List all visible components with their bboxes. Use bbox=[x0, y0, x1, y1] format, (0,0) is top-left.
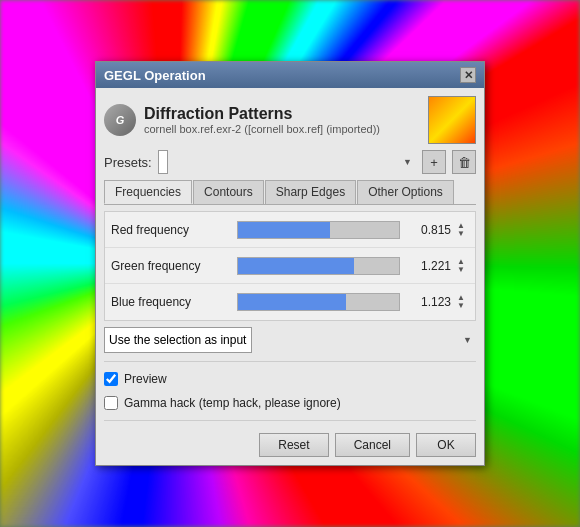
sliders-area: Red frequency 0.815 ▲ ▼ Green frequency … bbox=[104, 211, 476, 321]
blue-frequency-slider[interactable] bbox=[237, 293, 400, 311]
green-frequency-slider[interactable] bbox=[237, 257, 400, 275]
green-frequency-down[interactable]: ▼ bbox=[457, 266, 469, 274]
blue-frequency-label: Blue frequency bbox=[111, 295, 231, 309]
tab-frequencies[interactable]: Frequencies bbox=[104, 180, 192, 204]
red-frequency-slider[interactable] bbox=[237, 221, 400, 239]
red-frequency-arrows: ▲ ▼ bbox=[457, 222, 469, 238]
reset-button[interactable]: Reset bbox=[259, 433, 328, 457]
red-frequency-label: Red frequency bbox=[111, 223, 231, 237]
red-frequency-row: Red frequency 0.815 ▲ ▼ bbox=[105, 212, 475, 248]
preview-label[interactable]: Preview bbox=[124, 372, 167, 386]
selection-dropdown[interactable]: Use the selection as input bbox=[104, 327, 252, 353]
operation-header: G Diffraction Patterns cornell box.ref.e… bbox=[104, 96, 476, 144]
presets-combo-wrapper bbox=[158, 150, 416, 174]
dropdown-wrapper: Use the selection as input bbox=[104, 327, 476, 353]
preview-checkbox-row: Preview bbox=[104, 370, 476, 388]
gamma-checkbox-row: Gamma hack (temp hack, please ignore) bbox=[104, 394, 476, 412]
green-frequency-value: 1.221 bbox=[406, 259, 451, 273]
dialog-title: GEGL Operation bbox=[104, 68, 206, 83]
blue-frequency-down[interactable]: ▼ bbox=[457, 302, 469, 310]
red-frequency-value: 0.815 bbox=[406, 223, 451, 237]
blue-frequency-value: 1.123 bbox=[406, 295, 451, 309]
divider-1 bbox=[104, 361, 476, 362]
presets-row: Presets: + 🗑 bbox=[104, 150, 476, 174]
tab-sharp-edges[interactable]: Sharp Edges bbox=[265, 180, 356, 204]
green-frequency-row: Green frequency 1.221 ▲ ▼ bbox=[105, 248, 475, 284]
tab-other-options[interactable]: Other Options bbox=[357, 180, 454, 204]
add-preset-button[interactable]: + bbox=[422, 150, 446, 174]
presets-select[interactable] bbox=[158, 150, 168, 174]
remove-preset-button[interactable]: 🗑 bbox=[452, 150, 476, 174]
green-frequency-arrows: ▲ ▼ bbox=[457, 258, 469, 274]
title-bar: GEGL Operation ✕ bbox=[96, 62, 484, 88]
preview-checkbox[interactable] bbox=[104, 372, 118, 386]
gegl-icon: G bbox=[104, 104, 136, 136]
red-frequency-down[interactable]: ▼ bbox=[457, 230, 469, 238]
operation-name: Diffraction Patterns bbox=[144, 105, 420, 123]
operation-info: Diffraction Patterns cornell box.ref.exr… bbox=[144, 105, 420, 135]
gamma-checkbox[interactable] bbox=[104, 396, 118, 410]
blue-frequency-arrows: ▲ ▼ bbox=[457, 294, 469, 310]
tab-contours[interactable]: Contours bbox=[193, 180, 264, 204]
presets-label: Presets: bbox=[104, 155, 152, 170]
operation-thumbnail bbox=[428, 96, 476, 144]
gamma-label[interactable]: Gamma hack (temp hack, please ignore) bbox=[124, 396, 341, 410]
close-button[interactable]: ✕ bbox=[460, 67, 476, 83]
dropdown-row: Use the selection as input bbox=[104, 327, 476, 353]
green-frequency-label: Green frequency bbox=[111, 259, 231, 273]
blue-frequency-row: Blue frequency 1.123 ▲ ▼ bbox=[105, 284, 475, 320]
gegl-operation-dialog: GEGL Operation ✕ G Diffraction Patterns … bbox=[95, 61, 485, 466]
operation-subtitle: cornell box.ref.exr-2 ([cornell box.ref]… bbox=[144, 123, 420, 135]
ok-button[interactable]: OK bbox=[416, 433, 476, 457]
buttons-row: Reset Cancel OK bbox=[104, 429, 476, 457]
cancel-button[interactable]: Cancel bbox=[335, 433, 410, 457]
divider-2 bbox=[104, 420, 476, 421]
tabs-bar: Frequencies Contours Sharp Edges Other O… bbox=[104, 180, 476, 205]
